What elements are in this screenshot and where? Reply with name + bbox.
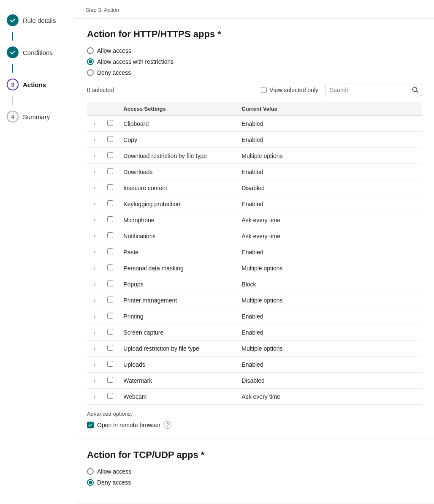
check-cell — [102, 276, 118, 292]
open-remote-browser-option[interactable]: Open in remote browser ? — [87, 421, 422, 429]
value-cell: Ask every time — [236, 389, 422, 405]
check-cell — [102, 324, 118, 341]
expand-button[interactable]: › — [92, 280, 97, 288]
row-checkbox[interactable] — [107, 281, 113, 286]
setting-cell: Clipboard — [118, 116, 236, 132]
row-checkbox[interactable] — [107, 216, 113, 222]
expand-cell: › — [87, 341, 102, 357]
search-box — [325, 84, 422, 96]
view-selected-checkbox[interactable] — [261, 87, 267, 93]
value-cell: Enabled — [236, 196, 422, 212]
sidebar-item-summary[interactable]: 4 Summary — [0, 105, 75, 128]
check-cell — [102, 196, 118, 212]
check-cell — [102, 357, 118, 373]
row-checkbox[interactable] — [107, 232, 113, 238]
th-current-value: Current Value — [236, 102, 422, 116]
radio-allow-access-tcp[interactable]: Allow access — [87, 468, 422, 475]
radio-allow-access[interactable]: Allow access — [87, 47, 422, 54]
value-cell: Disabled — [236, 180, 422, 196]
expand-button[interactable]: › — [92, 264, 97, 272]
check-cell — [102, 228, 118, 244]
sidebar-item-conditions[interactable]: Conditions — [0, 41, 75, 64]
row-checkbox[interactable] — [107, 377, 113, 383]
table-row: › Watermark Disabled — [87, 373, 422, 389]
table-row: › Notifications Ask every time — [87, 228, 422, 244]
radio-allow-with-restrictions-input[interactable] — [87, 58, 94, 65]
radio-deny-access-http-input[interactable] — [87, 69, 94, 76]
advanced-options-section: Advanced options: Open in remote browser… — [87, 411, 422, 429]
radio-allow-access-input[interactable] — [87, 47, 94, 54]
setting-cell: Screen capture — [118, 324, 236, 341]
sidebar-item-label-conditions: Conditions — [23, 49, 53, 56]
radio-allow-access-tcp-input[interactable] — [87, 468, 94, 475]
row-checkbox[interactable] — [107, 361, 113, 367]
expand-button[interactable]: › — [92, 184, 97, 192]
expand-button[interactable]: › — [92, 392, 97, 400]
expand-button[interactable]: › — [92, 136, 97, 144]
selected-count: 0 selected — [87, 87, 121, 93]
row-checkbox[interactable] — [107, 184, 113, 190]
expand-button[interactable]: › — [92, 168, 97, 176]
expand-button[interactable]: › — [92, 376, 97, 384]
radio-deny-access-http[interactable]: Deny access — [87, 69, 422, 76]
tcp-radio-group: Allow access Deny access — [87, 468, 422, 486]
row-checkbox[interactable] — [107, 345, 113, 351]
expand-cell: › — [87, 324, 102, 341]
setting-cell: Paste — [118, 244, 236, 260]
radio-deny-access-tcp[interactable]: Deny access — [87, 479, 422, 486]
expand-cell: › — [87, 148, 102, 164]
expand-cell: › — [87, 228, 102, 244]
expand-button[interactable]: › — [92, 232, 97, 240]
open-remote-browser-checkbox[interactable] — [87, 422, 94, 428]
check-cell — [102, 180, 118, 196]
row-checkbox[interactable] — [107, 248, 113, 254]
row-checkbox[interactable] — [107, 264, 113, 270]
expand-cell: › — [87, 276, 102, 292]
expand-button[interactable]: › — [92, 344, 97, 352]
expand-button[interactable]: › — [92, 296, 97, 304]
sidebar-item-actions[interactable]: 3 Actions — [0, 73, 75, 96]
radio-deny-access-tcp-input[interactable] — [87, 479, 94, 486]
help-icon[interactable]: ? — [164, 421, 171, 429]
search-input[interactable] — [326, 84, 408, 96]
toolbar-row: 0 selected View selected only — [87, 84, 422, 96]
expand-button[interactable]: › — [92, 200, 97, 208]
expand-button[interactable]: › — [92, 360, 97, 368]
view-selected-label[interactable]: View selected only — [261, 87, 318, 93]
access-settings-table: Access Settings Current Value › Clipboar… — [87, 102, 422, 405]
row-checkbox[interactable] — [107, 329, 113, 335]
row-checkbox[interactable] — [107, 120, 113, 126]
row-checkbox[interactable] — [107, 200, 113, 206]
setting-cell: Notifications — [118, 228, 236, 244]
row-checkbox[interactable] — [107, 297, 113, 302]
check-cell — [102, 373, 118, 389]
setting-cell: Watermark — [118, 373, 236, 389]
row-checkbox[interactable] — [107, 168, 113, 174]
value-cell: Enabled — [236, 244, 422, 260]
check-cell — [102, 389, 118, 405]
setting-cell: Downloads — [118, 164, 236, 180]
sidebar-item-rule-details[interactable]: Rule details — [0, 8, 75, 32]
expand-button[interactable]: › — [92, 312, 97, 320]
value-cell: Disabled — [236, 373, 422, 389]
row-checkbox[interactable] — [107, 313, 113, 319]
expand-cell: › — [87, 244, 102, 260]
expand-cell: › — [87, 164, 102, 180]
setting-cell: Copy — [118, 132, 236, 148]
tcp-section-title: Action for TCP/UDP apps * — [87, 450, 422, 460]
table-header-row: Access Settings Current Value — [87, 102, 422, 116]
expand-button[interactable]: › — [92, 328, 97, 336]
search-button[interactable] — [408, 84, 422, 96]
step-circle-conditions — [7, 46, 19, 58]
expand-button[interactable]: › — [92, 216, 97, 224]
expand-button[interactable]: › — [92, 248, 97, 256]
expand-button[interactable]: › — [92, 152, 97, 160]
expand-cell: › — [87, 260, 102, 276]
value-cell: Enabled — [236, 116, 422, 132]
row-checkbox[interactable] — [107, 152, 113, 158]
setting-cell: Printer management — [118, 292, 236, 308]
expand-button[interactable]: › — [92, 120, 97, 128]
row-checkbox[interactable] — [107, 136, 113, 142]
radio-allow-with-restrictions[interactable]: Allow access with restrictions — [87, 58, 422, 65]
row-checkbox[interactable] — [107, 393, 113, 399]
